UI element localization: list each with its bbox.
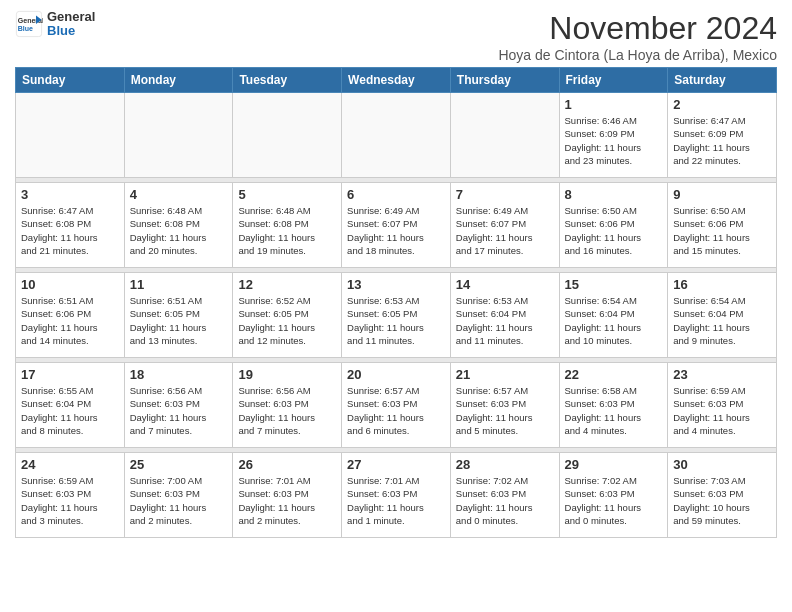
day-info: Sunrise: 6:47 AM Sunset: 6:09 PM Dayligh… — [673, 114, 771, 167]
day-number: 13 — [347, 277, 445, 292]
calendar-cell — [450, 93, 559, 178]
calendar-cell: 21Sunrise: 6:57 AM Sunset: 6:03 PM Dayli… — [450, 363, 559, 448]
calendar-cell: 26Sunrise: 7:01 AM Sunset: 6:03 PM Dayli… — [233, 453, 342, 538]
day-info: Sunrise: 6:54 AM Sunset: 6:04 PM Dayligh… — [673, 294, 771, 347]
day-number: 15 — [565, 277, 663, 292]
day-number: 27 — [347, 457, 445, 472]
calendar-cell: 1Sunrise: 6:46 AM Sunset: 6:09 PM Daylig… — [559, 93, 668, 178]
day-info: Sunrise: 6:57 AM Sunset: 6:03 PM Dayligh… — [347, 384, 445, 437]
day-number: 19 — [238, 367, 336, 382]
day-number: 6 — [347, 187, 445, 202]
day-info: Sunrise: 7:02 AM Sunset: 6:03 PM Dayligh… — [456, 474, 554, 527]
day-info: Sunrise: 6:56 AM Sunset: 6:03 PM Dayligh… — [130, 384, 228, 437]
calendar-cell: 27Sunrise: 7:01 AM Sunset: 6:03 PM Dayli… — [342, 453, 451, 538]
day-info: Sunrise: 6:46 AM Sunset: 6:09 PM Dayligh… — [565, 114, 663, 167]
day-info: Sunrise: 6:47 AM Sunset: 6:08 PM Dayligh… — [21, 204, 119, 257]
calendar-cell: 2Sunrise: 6:47 AM Sunset: 6:09 PM Daylig… — [668, 93, 777, 178]
day-number: 16 — [673, 277, 771, 292]
day-info: Sunrise: 6:49 AM Sunset: 6:07 PM Dayligh… — [456, 204, 554, 257]
calendar-cell — [233, 93, 342, 178]
day-info: Sunrise: 6:59 AM Sunset: 6:03 PM Dayligh… — [21, 474, 119, 527]
day-number: 10 — [21, 277, 119, 292]
svg-text:Blue: Blue — [18, 25, 33, 32]
svg-rect-0 — [16, 12, 41, 37]
calendar-cell: 13Sunrise: 6:53 AM Sunset: 6:05 PM Dayli… — [342, 273, 451, 358]
day-info: Sunrise: 7:01 AM Sunset: 6:03 PM Dayligh… — [238, 474, 336, 527]
day-number: 23 — [673, 367, 771, 382]
calendar-cell: 4Sunrise: 6:48 AM Sunset: 6:08 PM Daylig… — [124, 183, 233, 268]
day-number: 28 — [456, 457, 554, 472]
day-number: 29 — [565, 457, 663, 472]
calendar: SundayMondayTuesdayWednesdayThursdayFrid… — [15, 67, 777, 538]
day-info: Sunrise: 6:50 AM Sunset: 6:06 PM Dayligh… — [673, 204, 771, 257]
calendar-cell: 12Sunrise: 6:52 AM Sunset: 6:05 PM Dayli… — [233, 273, 342, 358]
day-info: Sunrise: 7:00 AM Sunset: 6:03 PM Dayligh… — [130, 474, 228, 527]
logo: General Blue General Blue — [15, 10, 95, 39]
calendar-cell: 15Sunrise: 6:54 AM Sunset: 6:04 PM Dayli… — [559, 273, 668, 358]
day-number: 12 — [238, 277, 336, 292]
day-info: Sunrise: 6:59 AM Sunset: 6:03 PM Dayligh… — [673, 384, 771, 437]
title-area: November 2024 Hoya de Cintora (La Hoya d… — [498, 10, 777, 63]
day-number: 25 — [130, 457, 228, 472]
week-row-4: 17Sunrise: 6:55 AM Sunset: 6:04 PM Dayli… — [16, 363, 777, 448]
weekday-header-saturday: Saturday — [668, 68, 777, 93]
day-number: 26 — [238, 457, 336, 472]
calendar-cell: 16Sunrise: 6:54 AM Sunset: 6:04 PM Dayli… — [668, 273, 777, 358]
day-number: 21 — [456, 367, 554, 382]
week-row-2: 3Sunrise: 6:47 AM Sunset: 6:08 PM Daylig… — [16, 183, 777, 268]
calendar-cell: 7Sunrise: 6:49 AM Sunset: 6:07 PM Daylig… — [450, 183, 559, 268]
logo-icon: General Blue — [15, 10, 43, 38]
day-number: 9 — [673, 187, 771, 202]
day-info: Sunrise: 7:01 AM Sunset: 6:03 PM Dayligh… — [347, 474, 445, 527]
day-number: 5 — [238, 187, 336, 202]
day-info: Sunrise: 6:49 AM Sunset: 6:07 PM Dayligh… — [347, 204, 445, 257]
weekday-header-friday: Friday — [559, 68, 668, 93]
day-info: Sunrise: 6:52 AM Sunset: 6:05 PM Dayligh… — [238, 294, 336, 347]
day-info: Sunrise: 6:50 AM Sunset: 6:06 PM Dayligh… — [565, 204, 663, 257]
week-row-1: 1Sunrise: 6:46 AM Sunset: 6:09 PM Daylig… — [16, 93, 777, 178]
day-number: 2 — [673, 97, 771, 112]
calendar-cell: 18Sunrise: 6:56 AM Sunset: 6:03 PM Dayli… — [124, 363, 233, 448]
weekday-header-wednesday: Wednesday — [342, 68, 451, 93]
day-number: 18 — [130, 367, 228, 382]
day-info: Sunrise: 6:53 AM Sunset: 6:05 PM Dayligh… — [347, 294, 445, 347]
day-number: 7 — [456, 187, 554, 202]
day-number: 30 — [673, 457, 771, 472]
day-info: Sunrise: 6:58 AM Sunset: 6:03 PM Dayligh… — [565, 384, 663, 437]
day-info: Sunrise: 6:57 AM Sunset: 6:03 PM Dayligh… — [456, 384, 554, 437]
calendar-cell: 9Sunrise: 6:50 AM Sunset: 6:06 PM Daylig… — [668, 183, 777, 268]
calendar-cell: 28Sunrise: 7:02 AM Sunset: 6:03 PM Dayli… — [450, 453, 559, 538]
day-info: Sunrise: 6:48 AM Sunset: 6:08 PM Dayligh… — [238, 204, 336, 257]
day-number: 1 — [565, 97, 663, 112]
calendar-cell: 30Sunrise: 7:03 AM Sunset: 6:03 PM Dayli… — [668, 453, 777, 538]
day-number: 3 — [21, 187, 119, 202]
calendar-cell: 25Sunrise: 7:00 AM Sunset: 6:03 PM Dayli… — [124, 453, 233, 538]
day-number: 22 — [565, 367, 663, 382]
calendar-cell: 5Sunrise: 6:48 AM Sunset: 6:08 PM Daylig… — [233, 183, 342, 268]
logo-general: General — [47, 9, 95, 24]
calendar-cell: 23Sunrise: 6:59 AM Sunset: 6:03 PM Dayli… — [668, 363, 777, 448]
calendar-cell: 3Sunrise: 6:47 AM Sunset: 6:08 PM Daylig… — [16, 183, 125, 268]
calendar-cell: 10Sunrise: 6:51 AM Sunset: 6:06 PM Dayli… — [16, 273, 125, 358]
day-info: Sunrise: 6:53 AM Sunset: 6:04 PM Dayligh… — [456, 294, 554, 347]
day-number: 17 — [21, 367, 119, 382]
weekday-header-monday: Monday — [124, 68, 233, 93]
weekday-header-thursday: Thursday — [450, 68, 559, 93]
day-info: Sunrise: 6:55 AM Sunset: 6:04 PM Dayligh… — [21, 384, 119, 437]
week-row-5: 24Sunrise: 6:59 AM Sunset: 6:03 PM Dayli… — [16, 453, 777, 538]
day-number: 4 — [130, 187, 228, 202]
calendar-cell: 14Sunrise: 6:53 AM Sunset: 6:04 PM Dayli… — [450, 273, 559, 358]
day-info: Sunrise: 6:51 AM Sunset: 6:06 PM Dayligh… — [21, 294, 119, 347]
location-title: Hoya de Cintora (La Hoya de Arriba), Mex… — [498, 47, 777, 63]
logo-blue: Blue — [47, 23, 75, 38]
day-number: 11 — [130, 277, 228, 292]
calendar-cell: 6Sunrise: 6:49 AM Sunset: 6:07 PM Daylig… — [342, 183, 451, 268]
weekday-header-sunday: Sunday — [16, 68, 125, 93]
header: General Blue General Blue November 2024 … — [15, 10, 777, 63]
week-row-3: 10Sunrise: 6:51 AM Sunset: 6:06 PM Dayli… — [16, 273, 777, 358]
day-info: Sunrise: 6:48 AM Sunset: 6:08 PM Dayligh… — [130, 204, 228, 257]
day-info: Sunrise: 7:03 AM Sunset: 6:03 PM Dayligh… — [673, 474, 771, 527]
calendar-cell — [124, 93, 233, 178]
calendar-cell: 19Sunrise: 6:56 AM Sunset: 6:03 PM Dayli… — [233, 363, 342, 448]
day-number: 20 — [347, 367, 445, 382]
